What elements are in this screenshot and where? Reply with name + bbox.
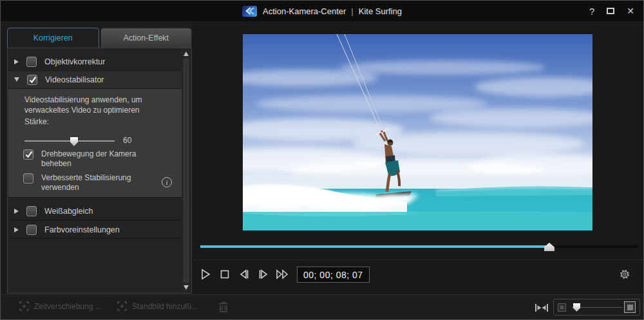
tab-action-effekt[interactable]: Action-Effekt — [100, 28, 193, 48]
enhanced-stabilizer-checkbox[interactable] — [23, 173, 33, 184]
fit-to-window-button[interactable] — [535, 303, 549, 315]
zoom-control-group — [553, 299, 640, 315]
enhanced-stabilizer-row[interactable]: Verbesserte Stabilisierung verwenden — [23, 173, 131, 193]
fix-rotation-label: Drehbewegung der Kamera beheben — [41, 149, 136, 169]
close-button[interactable]: ✕ — [627, 6, 634, 16]
panel-content: Objektivkorrektur Videostabilisator Vide… — [7, 48, 192, 294]
color-presets-checkbox[interactable] — [26, 225, 37, 235]
enhanced-stabilizer-label: Verbesserte Stabilisierung verwenden — [41, 173, 131, 193]
timeshift-button[interactable]: Zeitverschiebung ... — [19, 301, 102, 311]
fast-forward-button[interactable] — [275, 267, 290, 281]
app-logo-icon — [242, 6, 257, 17]
strength-label: Stärke: — [24, 117, 49, 126]
zoom-slider-thumb[interactable] — [573, 303, 580, 312]
white-balance-checkbox[interactable] — [26, 206, 37, 216]
strength-slider[interactable] — [24, 140, 115, 142]
clip-name: Kite Surfing — [359, 6, 402, 16]
zoom-in-icon[interactable] — [624, 301, 636, 313]
play-button[interactable] — [198, 267, 213, 281]
collapse-arrow-icon[interactable] — [14, 77, 19, 82]
tab-korrigieren-label: Korrigieren — [33, 33, 73, 42]
playback-controls: 00; 00; 08; 07 — [193, 260, 643, 294]
window-title: Action-Kamera-Center | Kite Surfing — [263, 6, 402, 16]
seek-progress — [200, 245, 549, 248]
add-frame-icon — [117, 301, 127, 311]
section-white-balance[interactable]: Weißabgleich — [8, 202, 182, 220]
stop-button[interactable] — [217, 267, 232, 281]
title-separator: | — [351, 6, 353, 16]
fix-rotation-checkbox[interactable] — [23, 149, 33, 160]
stabilizer-description: Videostabilisierung anwenden, um verwack… — [24, 95, 142, 115]
stabilizer-settings: Videostabilisierung anwenden, um verwack… — [8, 89, 182, 198]
delete-button[interactable] — [218, 301, 229, 315]
correction-panel: Korrigieren Action-Effekt Objektivkorrek… — [7, 28, 192, 294]
strength-value: 60 — [123, 136, 131, 145]
add-frame-icon — [19, 301, 29, 311]
white-balance-label: Weißabgleich — [44, 207, 93, 216]
preview-area: 00; 00; 08; 07 — [193, 21, 643, 294]
stabilizer-label: Videostabilisator — [45, 75, 104, 84]
freeze-frame-label: Standbild hinzufü... — [132, 302, 198, 311]
tab-korrigieren[interactable]: Korrigieren — [7, 28, 99, 48]
stabilizer-checkbox[interactable] — [27, 75, 37, 85]
fix-rotation-row[interactable]: Drehbewegung der Kamera beheben — [23, 149, 136, 169]
seek-thumb[interactable] — [544, 243, 554, 251]
panel-tabs: Korrigieren Action-Effekt — [7, 28, 192, 48]
section-lens-correction[interactable]: Objektivkorrektur — [8, 53, 182, 71]
settings-gear-icon[interactable] — [618, 268, 631, 281]
panel-scrollbar[interactable] — [182, 49, 191, 292]
title-bar: Action-Kamera-Center | Kite Surfing ? ✕ — [1, 1, 643, 21]
lens-correction-checkbox[interactable] — [26, 57, 37, 67]
section-video-stabilizer[interactable]: Videostabilisator — [8, 71, 182, 89]
maximize-button[interactable] — [607, 8, 614, 14]
fit-icon — [535, 303, 549, 312]
lens-correction-label: Objektivkorrektur — [44, 57, 105, 66]
strength-slider-thumb[interactable] — [70, 137, 78, 146]
section-color-presets[interactable]: Farbvoreinstellungen — [8, 221, 182, 239]
video-preview — [243, 34, 592, 231]
info-icon[interactable]: i — [162, 177, 172, 187]
add-freeze-frame-button[interactable]: Standbild hinzufü... — [117, 301, 198, 311]
timeshift-label: Zeitverschiebung ... — [34, 302, 102, 311]
expander-arrow-icon[interactable] — [14, 59, 19, 64]
bottom-toolbar: Zeitverschiebung ... Standbild hinzufü..… — [1, 294, 643, 319]
scroll-down-icon[interactable] — [184, 285, 189, 290]
next-frame-button[interactable] — [256, 267, 271, 281]
app-title: Action-Kamera-Center — [263, 6, 346, 16]
expander-arrow-icon[interactable] — [14, 227, 19, 232]
previous-frame-button[interactable] — [236, 267, 252, 281]
action-camera-center-window: Action-Kamera-Center | Kite Surfing ? ✕ … — [0, 0, 644, 320]
timecode-display[interactable]: 00; 00; 08; 07 — [297, 267, 370, 283]
trash-icon — [218, 301, 229, 313]
color-presets-label: Farbvoreinstellungen — [44, 225, 120, 234]
scroll-up-icon[interactable] — [184, 52, 189, 56]
expander-arrow-icon[interactable] — [14, 209, 19, 214]
scrollbar-thumb[interactable] — [184, 59, 189, 283]
zoom-out-icon[interactable] — [558, 303, 566, 312]
timecode-value: 00; 00; 08; 07 — [303, 270, 363, 280]
seek-bar[interactable] — [200, 242, 638, 251]
tab-action-effekt-label: Action-Effekt — [123, 33, 169, 42]
help-button[interactable]: ? — [589, 6, 594, 17]
